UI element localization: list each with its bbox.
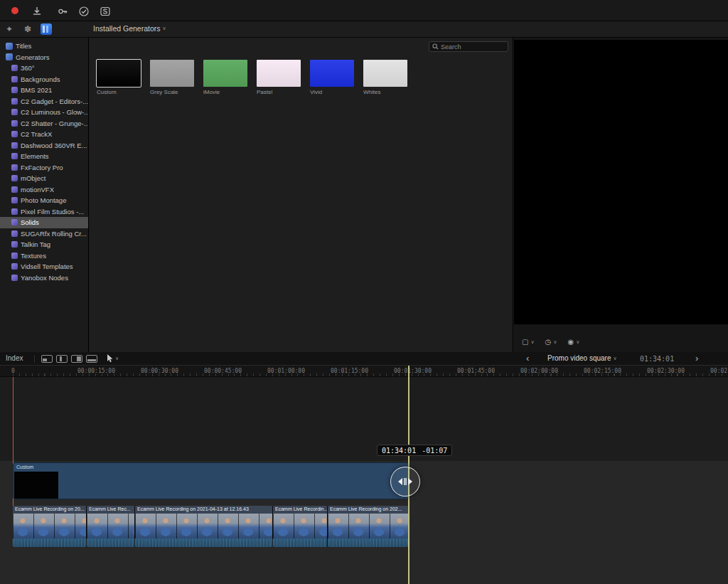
overwrite-edit-icon[interactable] [86,355,97,363]
category-icon [11,164,18,171]
generator-tile-custom[interactable]: Custom [97,60,141,95]
generator-tile-vivid[interactable]: Vivid [310,60,354,95]
next-project-button[interactable]: › [695,353,698,363]
sidebar-item-c2-trackx[interactable]: C2 TrackX [0,129,88,140]
sidebar-item-label: Pixel Film Studios -... [21,208,84,216]
sidebar-item-dashwood-360vr-e[interactable]: Dashwood 360VR E... [0,140,88,152]
timeline-pane[interactable]: Custom Ecamm Live Recording on 20...Ecam… [0,377,728,584]
generators-category-dropdown[interactable]: Installed Generators ∨ [93,24,166,33]
category-icon [11,230,18,237]
check-circle-icon[interactable] [78,5,91,17]
sidebar-item-titles[interactable]: Titles [0,41,88,52]
ruler-timecode: 00:00:15:00 [77,368,115,374]
chevron-down-icon: ∨ [530,339,534,345]
generator-thumbnail [150,60,194,87]
trim-tooltip: 01:34:01 -01:07 [377,445,452,456]
libraries-tab-icon[interactable]: ✦ [4,23,15,35]
search-icon [432,43,439,50]
timeline-video-clip[interactable]: Ecamm Live Recording on 20... [13,506,87,547]
timeline-ruler[interactable]: 0 00:00:15:0000:00:30:0000:00:45:0000:01… [0,366,728,377]
append-edit-icon[interactable] [71,355,82,363]
sidebar-item-sugarfx-rolling-cr[interactable]: SUGARfx Rolling Cr... [0,228,88,240]
crop-button[interactable]: ▢∨ [522,339,535,346]
category-icon [11,253,18,259]
generator-tile-grey-scale[interactable]: Grey Scale [150,60,194,95]
sidebar-item-c2-gadget-editors[interactable]: C2 Gadget - Editors-... [0,96,88,107]
sidebar-item-c2-shatter-grunge[interactable]: C2 Shatter - Grunge-... [0,118,88,129]
connect-edit-icon[interactable] [41,355,53,363]
generator-thumbnail [97,60,141,87]
ruler-origin-label: 0 [11,368,15,374]
timeline-toolbar: Index ∨ ‹ Promo video square ∨ 01:34:01 … [0,352,728,366]
sidebar-item-talkin-tag[interactable]: Talkin Tag [0,239,88,250]
effects-icon: ◉ [567,339,574,346]
search-field[interactable] [429,41,508,52]
sidebar-item-motionvfx[interactable]: motionVFX [0,184,88,196]
category-icon [11,131,18,137]
sidebar-item-label: FxFactory Pro [21,164,63,171]
sidebar-item-vidsell-templates[interactable]: Vidsell Templates [0,261,88,272]
trim-delta: -01:07 [422,447,447,455]
generator-name: Custom [97,89,141,95]
generator-thumbnail [257,60,301,87]
toolbar-divider [34,355,35,363]
project-switcher[interactable]: Promo video square ∨ [547,354,617,362]
previous-project-button[interactable]: ‹ [526,353,529,363]
sidebar-item-generators[interactable]: Generators [0,52,88,63]
sidebar-item-mobject[interactable]: mObject [0,173,88,184]
generator-tile-whites[interactable]: Whites [363,60,407,95]
app-badge-icon[interactable] [100,5,112,17]
category-icon [11,120,18,127]
timeline-video-clip[interactable]: Ecamm Live Recording on 202... [328,506,409,547]
index-button[interactable]: Index [6,354,23,362]
category-icon [11,142,18,149]
retime-button[interactable]: ◷∨ [545,339,557,346]
search-input[interactable] [441,43,505,51]
edit-buttons-group [41,355,97,363]
sidebar-item-c2-luminous-glow[interactable]: C2 Luminous - Glow-... [0,107,88,118]
timeline-video-clip[interactable]: Ecamm Live Rec... [87,506,135,547]
sidebar-item-solids[interactable]: Solids [0,217,88,228]
download-icon[interactable] [31,5,44,17]
generator-tile-imovie[interactable]: iMovie [203,60,247,95]
chevron-down-icon: ∨ [163,26,166,31]
generator-clip-custom[interactable]: Custom [13,462,409,499]
timeline-video-clip[interactable]: Ecamm Live Recording on 2021-04-13 at 12… [135,506,273,547]
category-icon [11,275,18,281]
sidebar-item-360[interactable]: 360° [0,63,88,74]
insert-edit-icon[interactable] [56,355,68,363]
sidebar-item-label: Generators [16,53,50,61]
effects-button[interactable]: ◉∨ [567,339,579,346]
ruler-timecode: 00:02:30:00 [647,368,685,374]
key-icon[interactable] [57,5,70,17]
generator-thumbnail [310,60,354,87]
clip-audio-waveform [273,538,327,547]
clip-audio-waveform [13,538,86,547]
clip-name: Ecamm Live Recording on 2021-04-13 at 12… [135,506,272,514]
sidebar-item-label: BMS 2021 [21,86,52,94]
ruler-timecode: 00:01:45:00 [457,368,495,374]
titles-generators-tab-icon[interactable] [41,23,52,35]
sidebar-item-label: Talkin Tag [21,240,50,248]
viewer-tools: ▢∨◷∨◉∨ [522,339,579,346]
clip-filmstrip [273,514,327,538]
timeline-video-clip[interactable]: Ecamm Live Recordin... [273,506,328,547]
generator-tile-pastel[interactable]: Pastel [257,60,301,95]
tool-popup[interactable]: ∨ [107,354,119,363]
project-name: Promo video square [547,354,611,362]
sidebar-item-label: motionVFX [21,186,54,193]
photos-audio-tab-icon[interactable]: ✽ [22,23,33,35]
sidebar-item-textures[interactable]: Textures [0,250,88,262]
sidebar-item-yanobox-nodes[interactable]: Yanobox Nodes [0,272,88,284]
sidebar-item-pixel-film-studios[interactable]: Pixel Film Studios -... [0,206,88,218]
sidebar-item-bms-2021[interactable]: BMS 2021 [0,85,88,96]
chevron-down-icon: ∨ [115,356,119,361]
sidebar-item-backgrounds[interactable]: Backgrounds [0,74,88,85]
sidebar-item-fxfactory-pro[interactable]: FxFactory Pro [0,162,88,174]
sidebar-item-label: SUGARfx Rolling Cr... [21,230,87,238]
sidebar-item-elements[interactable]: Elements [0,151,88,162]
generator-grid: CustomGrey ScaleiMoviePastelVividWhites [97,60,407,95]
generator-name: iMovie [203,89,247,95]
sidebar-item-photo-montage[interactable]: Photo Montage [0,195,88,206]
record-dot-icon[interactable] [11,7,18,14]
